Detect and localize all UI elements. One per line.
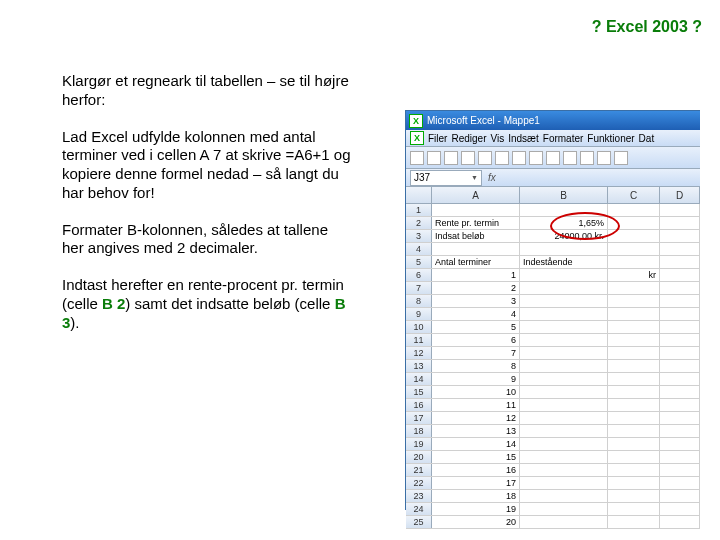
save-icon[interactable] (444, 151, 458, 165)
cell[interactable] (660, 308, 700, 320)
sort-icon[interactable] (614, 151, 628, 165)
cell[interactable] (660, 438, 700, 450)
cell[interactable]: Indsat beløb (432, 230, 520, 242)
cell[interactable] (608, 204, 660, 216)
menu-filer[interactable]: Filer (428, 133, 447, 144)
cell[interactable] (660, 386, 700, 398)
cell[interactable] (608, 282, 660, 294)
row-header[interactable]: 4 (406, 243, 432, 255)
cell[interactable] (608, 295, 660, 307)
row-header[interactable]: 8 (406, 295, 432, 307)
sum-icon[interactable] (597, 151, 611, 165)
cell[interactable] (432, 243, 520, 255)
name-box[interactable]: J37 ▼ (410, 170, 482, 186)
cell[interactable] (660, 451, 700, 463)
cell[interactable] (608, 425, 660, 437)
cell[interactable]: 1 (432, 269, 520, 281)
cell[interactable] (608, 230, 660, 242)
cell[interactable] (608, 386, 660, 398)
cell[interactable] (520, 516, 608, 528)
print-icon[interactable] (461, 151, 475, 165)
row-header[interactable]: 21 (406, 464, 432, 476)
cell[interactable] (660, 321, 700, 333)
cell[interactable] (660, 347, 700, 359)
paste-icon[interactable] (546, 151, 560, 165)
cell[interactable] (660, 360, 700, 372)
col-header-a[interactable]: A (432, 187, 520, 203)
cell[interactable]: 4 (432, 308, 520, 320)
cell[interactable] (608, 490, 660, 502)
dropdown-icon[interactable]: ▼ (471, 174, 478, 181)
cell[interactable] (520, 477, 608, 489)
menu-indsaet[interactable]: Indsæt (508, 133, 539, 144)
cell[interactable] (660, 243, 700, 255)
cell[interactable] (660, 282, 700, 294)
row-header[interactable]: 6 (406, 269, 432, 281)
cell[interactable]: 10 (432, 386, 520, 398)
cell[interactable] (608, 399, 660, 411)
cell[interactable] (520, 412, 608, 424)
row-header[interactable]: 23 (406, 490, 432, 502)
copy-icon[interactable] (529, 151, 543, 165)
new-icon[interactable] (410, 151, 424, 165)
cell[interactable] (660, 217, 700, 229)
cell[interactable] (520, 347, 608, 359)
row-header[interactable]: 2 (406, 217, 432, 229)
cell[interactable] (608, 477, 660, 489)
cell[interactable] (660, 373, 700, 385)
cell[interactable] (520, 464, 608, 476)
select-all-corner[interactable] (406, 187, 432, 203)
col-header-c[interactable]: C (608, 187, 660, 203)
menu-data[interactable]: Dat (639, 133, 655, 144)
cell[interactable] (432, 204, 520, 216)
menu-rediger[interactable]: Rediger (451, 133, 486, 144)
cell[interactable] (608, 438, 660, 450)
cell[interactable]: 24000,00 kr. (520, 230, 608, 242)
cell[interactable] (608, 347, 660, 359)
row-header[interactable]: 25 (406, 516, 432, 528)
redo-icon[interactable] (580, 151, 594, 165)
row-header[interactable]: 10 (406, 321, 432, 333)
cell[interactable] (608, 464, 660, 476)
cell[interactable]: Rente pr. termin (432, 217, 520, 229)
cell[interactable]: 20 (432, 516, 520, 528)
undo-icon[interactable] (563, 151, 577, 165)
row-header[interactable]: 11 (406, 334, 432, 346)
cell[interactable]: 11 (432, 399, 520, 411)
cell[interactable] (660, 269, 700, 281)
cell[interactable]: 8 (432, 360, 520, 372)
cell[interactable] (520, 503, 608, 515)
cell[interactable] (520, 399, 608, 411)
cell[interactable]: 13 (432, 425, 520, 437)
cell[interactable] (520, 490, 608, 502)
row-header[interactable]: 17 (406, 412, 432, 424)
cell[interactable] (520, 243, 608, 255)
cell[interactable]: 14 (432, 438, 520, 450)
cut-icon[interactable] (512, 151, 526, 165)
cell[interactable]: 9 (432, 373, 520, 385)
open-icon[interactable] (427, 151, 441, 165)
cell[interactable] (608, 516, 660, 528)
row-header[interactable]: 19 (406, 438, 432, 450)
cell[interactable] (608, 243, 660, 255)
cell[interactable] (608, 256, 660, 268)
menu-formater[interactable]: Formater (543, 133, 584, 144)
preview-icon[interactable] (478, 151, 492, 165)
cell[interactable]: 6 (432, 334, 520, 346)
cell[interactable] (520, 438, 608, 450)
cell[interactable] (520, 373, 608, 385)
cell[interactable] (608, 321, 660, 333)
menu-funktioner[interactable]: Funktioner (587, 133, 634, 144)
cell[interactable] (520, 204, 608, 216)
cell[interactable]: 12 (432, 412, 520, 424)
cell[interactable]: 16 (432, 464, 520, 476)
cell[interactable]: Indestående (520, 256, 608, 268)
cell[interactable]: 3 (432, 295, 520, 307)
row-header[interactable]: 9 (406, 308, 432, 320)
cell[interactable] (660, 230, 700, 242)
row-header[interactable]: 16 (406, 399, 432, 411)
menu-vis[interactable]: Vis (490, 133, 504, 144)
cell[interactable] (660, 334, 700, 346)
cell[interactable] (520, 360, 608, 372)
cell[interactable]: 7 (432, 347, 520, 359)
